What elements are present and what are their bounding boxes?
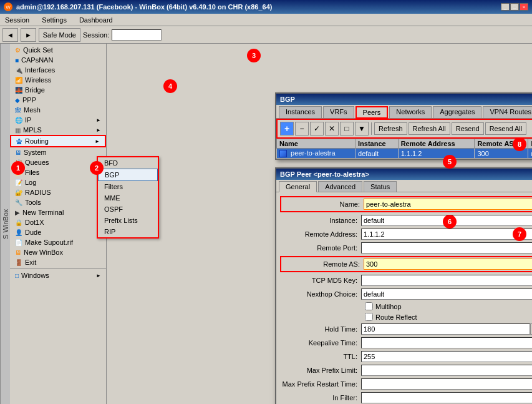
- enable-peer-button[interactable]: ✓: [310, 122, 324, 135]
- ttl-label: TTL:: [280, 353, 361, 360]
- sidebar-item-log[interactable]: 📝 Log: [10, 177, 106, 187]
- submenu-rip[interactable]: RIP: [98, 226, 158, 237]
- title-bar-text: admin@192.168.207.131 (Facebook) - WinBo…: [16, 3, 272, 11]
- menu-settings[interactable]: Settings: [39, 16, 69, 24]
- sidebar-item-make-supout[interactable]: 📄 Make Supout.rif: [10, 237, 106, 247]
- sidebar-item-system[interactable]: 🖥 System: [10, 147, 106, 157]
- peer-tab-general[interactable]: General: [279, 181, 317, 192]
- tcp-md5-input[interactable]: [361, 275, 532, 286]
- max-prefix-restart-input[interactable]: [361, 378, 532, 390]
- bgp-window-title: BGP _ □ ×: [276, 94, 532, 105]
- form-row-keepalive: Keepalive Time: ▼: [280, 337, 532, 348]
- sidebar-item-dude[interactable]: 👤 Dude ►: [10, 227, 106, 237]
- sidebar-item-mesh[interactable]: 🕸 Mesh: [10, 105, 106, 115]
- ttl-wrapper: ▲ ▼: [361, 351, 532, 362]
- ip-arrow-icon: ►: [96, 117, 101, 123]
- sidebar-item-ip[interactable]: 🌐 IP ►: [10, 115, 106, 125]
- sidebar-item-windows[interactable]: □ Windows ►: [10, 270, 106, 280]
- system-icon: 🖥: [15, 149, 21, 156]
- peer-tab-advanced[interactable]: Advanced: [318, 181, 362, 192]
- tab-vrfs[interactable]: VRFs: [323, 106, 354, 118]
- sidebar-item-capsman[interactable]: ■ CAPsNAN: [10, 55, 106, 65]
- sidebar-label-wireless: Wireless: [25, 76, 51, 84]
- sidebar-item-interfaces[interactable]: 🔌 Interfaces: [10, 65, 106, 75]
- submenu-bfd[interactable]: BFD: [98, 157, 158, 169]
- refresh-all-button[interactable]: Refresh All: [409, 122, 450, 135]
- sidebar-label-ip: IP: [25, 116, 31, 124]
- forward-button[interactable]: ►: [21, 28, 36, 42]
- maximize-btn[interactable]: □: [510, 3, 519, 11]
- sidebar-item-new-winbox[interactable]: 🖥 New WinBox: [10, 247, 106, 257]
- sidebar-item-exit[interactable]: 🚪 Exit: [10, 257, 106, 267]
- minimize-btn[interactable]: _: [501, 3, 510, 11]
- routing-submenu: BFD BGP Filters MME OSPF Prefix Lists RI…: [97, 156, 159, 239]
- hold-time-input[interactable]: [361, 323, 530, 335]
- sidebar: ⚙ Quick Set ■ CAPsNAN 🔌 Interfaces 📶 Wir…: [10, 44, 107, 404]
- sidebar-item-wireless[interactable]: 📶 Wireless: [10, 75, 106, 85]
- hold-time-up-btn[interactable]: ▲: [530, 323, 533, 335]
- keepalive-input[interactable]: [361, 337, 532, 348]
- add-peer-button[interactable]: +: [280, 122, 294, 135]
- submenu-ospf[interactable]: OSPF: [98, 204, 158, 215]
- sidebar-item-quick-set[interactable]: ⚙ Quick Set: [10, 45, 106, 55]
- remote-as-input[interactable]: [364, 259, 532, 270]
- annotation-5: 5: [443, 155, 457, 169]
- hold-time-label: Hold Time:: [280, 325, 361, 333]
- sidebar-item-radius[interactable]: 🔐 RADIUS: [10, 187, 106, 197]
- peer-tab-status[interactable]: Status: [364, 181, 397, 192]
- tab-peers[interactable]: Peers: [355, 106, 389, 119]
- sidebar-label-radius: RADIUS: [25, 189, 51, 196]
- bridge-icon: 🌉: [15, 87, 22, 94]
- sidebar-item-new-terminal[interactable]: ▶ New Terminal: [10, 207, 106, 217]
- remote-address-input[interactable]: [361, 229, 532, 240]
- sidebar-item-dot1x[interactable]: 🔒 Dot1X: [10, 217, 106, 227]
- session-input[interactable]: [112, 29, 162, 41]
- max-prefix-limit-input[interactable]: [361, 365, 532, 376]
- submenu-filters[interactable]: Filters: [98, 181, 158, 192]
- sidebar-label-ppp: PPP: [22, 96, 36, 104]
- route-reflect-label: Route Reflect: [375, 313, 417, 321]
- table-row[interactable]: peer-to-alestra default 1.1.1.2 300 no n…: [277, 149, 533, 159]
- route-reflect-checkbox[interactable]: [365, 313, 373, 321]
- copy-peer-button[interactable]: □: [340, 122, 354, 135]
- form-row-instance: Instance: ▼: [280, 215, 532, 226]
- sidebar-item-tools[interactable]: 🔧 Tools ►: [10, 197, 106, 207]
- tab-aggregates[interactable]: Aggregates: [433, 106, 481, 118]
- sidebar-item-mpls[interactable]: ▦ MPLS ►: [10, 125, 106, 135]
- back-button[interactable]: ◄: [2, 28, 18, 42]
- in-filter-label: In Filter:: [280, 394, 361, 402]
- resend-button[interactable]: Resend: [452, 122, 484, 135]
- tab-vpn4routes[interactable]: VPN4 Routes: [483, 106, 532, 118]
- app-icon: W: [4, 2, 12, 11]
- name-input[interactable]: [364, 199, 532, 210]
- tab-networks[interactable]: Networks: [389, 106, 432, 118]
- toolbar-separator: [371, 122, 372, 135]
- remote-port-input[interactable]: [361, 242, 532, 254]
- filter-button[interactable]: ▼: [355, 122, 369, 135]
- row-instance: default: [355, 149, 399, 159]
- nexthop-input[interactable]: [361, 288, 532, 300]
- multihop-checkbox[interactable]: [365, 302, 373, 310]
- menu-session[interactable]: Session: [2, 16, 32, 24]
- in-filter-input[interactable]: [361, 392, 532, 403]
- bgp-tab-bar: Instances VRFs Peers Networks Aggregates…: [276, 105, 532, 119]
- tab-instances[interactable]: Instances: [279, 106, 322, 118]
- close-btn[interactable]: ×: [520, 3, 528, 11]
- refresh-button[interactable]: Refresh: [374, 122, 407, 135]
- ttl-input[interactable]: [361, 351, 532, 362]
- submenu-prefix-lists[interactable]: Prefix Lists: [98, 215, 158, 226]
- submenu-mme[interactable]: MME: [98, 192, 158, 204]
- remove-peer-button[interactable]: −: [295, 122, 309, 135]
- form-row-tcp-md5: TCP MD5 Key:: [280, 275, 532, 286]
- submenu-bgp[interactable]: BGP: [98, 169, 158, 181]
- title-bar: W admin@192.168.207.131 (Facebook) - Win…: [0, 0, 532, 14]
- disable-peer-button[interactable]: ✕: [325, 122, 339, 135]
- resend-all-button[interactable]: Resend All: [485, 122, 527, 135]
- hold-time-wrapper: ▲ ▼ s: [361, 323, 532, 335]
- safe-mode-button[interactable]: Safe Mode: [39, 28, 80, 42]
- menu-dashboard[interactable]: Dashboard: [77, 16, 115, 24]
- sidebar-label-bridge: Bridge: [25, 86, 45, 94]
- sidebar-item-routing[interactable]: 🛣 Routing ►: [10, 135, 106, 147]
- sidebar-item-bridge[interactable]: 🌉 Bridge: [10, 85, 106, 95]
- sidebar-item-ppp[interactable]: ◆ PPP: [10, 95, 106, 105]
